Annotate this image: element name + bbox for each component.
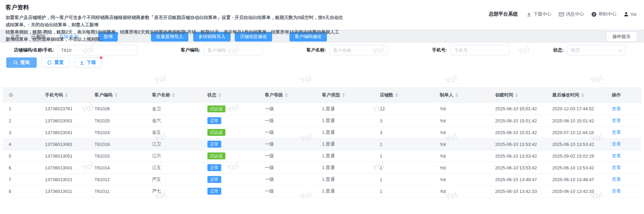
- view-link[interactable]: 查看: [612, 130, 621, 135]
- status-badge: 正常: [207, 141, 221, 148]
- user-menu[interactable]: Yol: [624, 12, 636, 17]
- cell-phone: 13736013051: [45, 150, 95, 162]
- shop-keyword-input[interactable]: [57, 45, 137, 55]
- cell-customer-name: 金卫: [152, 103, 207, 115]
- cell-phone: 13736013061: [45, 138, 95, 150]
- view-link[interactable]: 查看: [612, 165, 621, 170]
- sort-icon[interactable]: [455, 93, 458, 97]
- row-index: 5: [3, 150, 45, 162]
- search-button-label: 查询: [20, 59, 30, 66]
- page-description-line2: 结算单例如，账期-周结，账期2天，表示每周1出结算单，结算所有2天前未结算的单据…: [6, 28, 343, 43]
- sort-icon[interactable]: [172, 93, 175, 97]
- cell-level: 一级: [265, 115, 322, 127]
- filter-bar: 店铺编码/名称/手机: 客户编码: 客户名称: 手机号: 状态: 状态: [0, 43, 644, 57]
- cell-phone: 13736013021: [45, 174, 95, 185]
- download-button[interactable]: 下载: [74, 57, 101, 68]
- cell-phone: 13736013011: [45, 185, 95, 197]
- filter-customer-code: 客户编码:: [181, 45, 262, 55]
- col-customer-code: 客户编码: [95, 92, 113, 98]
- page-description-line1: 加盟客户及店铺维护，同一客户可含多个不同经销商店铺根据经销商参数「是否开启账期店…: [6, 14, 343, 28]
- view-link[interactable]: 查看: [612, 153, 621, 158]
- row-index: 2: [3, 115, 45, 127]
- message-center-label: 消息中心: [566, 11, 584, 17]
- cell-customer-code: T61024: [95, 127, 152, 138]
- reset-button[interactable]: 重置: [42, 57, 69, 68]
- filter-status-label: 状态:: [553, 47, 564, 53]
- status-select[interactable]: 状态: [567, 45, 626, 55]
- cell-level: 一级: [265, 162, 322, 174]
- search-button[interactable]: 查询: [6, 57, 37, 68]
- sort-icon[interactable]: [218, 93, 221, 97]
- col-level: 客户等级: [265, 92, 283, 98]
- filter-shop-keyword: 店铺编码/名称/手机:: [14, 45, 137, 55]
- chevron-down-icon: [619, 48, 623, 52]
- sort-icon[interactable]: [285, 93, 288, 97]
- download-center-link[interactable]: 下载中心: [527, 11, 551, 17]
- cell-shop-count: 1: [380, 162, 440, 174]
- notification-dot: [100, 56, 102, 59]
- cell-level: 一级: [265, 185, 322, 197]
- cell-status: 正常: [207, 174, 265, 185]
- cell-shop-count: 3: [380, 127, 440, 138]
- customer-code-input[interactable]: [204, 45, 262, 55]
- system-name: 总部平台系统: [489, 11, 518, 17]
- message-center-link[interactable]: 消息中心: [559, 11, 584, 17]
- cell-type: 1.普通: [322, 127, 380, 138]
- view-link[interactable]: 查看: [612, 177, 621, 182]
- cell-creator: Yol: [440, 174, 495, 185]
- sort-icon[interactable]: [342, 93, 345, 97]
- sort-icon[interactable]: [115, 93, 117, 97]
- cell-phone: 13736023051: [45, 115, 95, 127]
- cell-action: 查看: [612, 150, 641, 162]
- reset-button-label: 重置: [54, 59, 64, 66]
- page: 客户资料 加盟客户及店铺维护，同一客户可含多个不同经销商店铺根据经销商参数「是否…: [0, 0, 644, 214]
- cell-status: 正常: [207, 185, 265, 197]
- column-settings-icon[interactable]: ⚙: [9, 92, 13, 98]
- cell-creator: Yol: [440, 185, 495, 197]
- table-row: 613736013041T61014江五正常一级1.普通1Yol2025-06-…: [3, 162, 641, 174]
- cell-status: 正常: [207, 115, 265, 127]
- col-creator: 制单人: [440, 92, 453, 98]
- sort-icon[interactable]: [65, 93, 68, 97]
- sort-icon[interactable]: [395, 93, 398, 97]
- cell-phone: 13736013041: [45, 162, 95, 174]
- phone-input[interactable]: [450, 45, 509, 55]
- operation-tips-button[interactable]: 操作提示: [606, 31, 637, 42]
- col-status: 状态: [207, 92, 216, 98]
- sort-icon[interactable]: [515, 93, 518, 97]
- download-center-label: 下载中心: [533, 11, 551, 17]
- row-index: 6: [3, 162, 45, 174]
- cell-shop-count: 1: [380, 174, 440, 185]
- cell-level: 一级: [265, 138, 322, 150]
- help-center-link[interactable]: ? 帮助中心: [591, 11, 616, 17]
- cell-creator: Yol: [440, 138, 495, 150]
- cell-shop-count: 12: [380, 103, 440, 115]
- view-link[interactable]: 查看: [612, 188, 621, 194]
- cell-action: 查看: [612, 162, 641, 174]
- cell-created-time: 2025-06-10 13:53:42: [495, 162, 552, 174]
- sort-icon[interactable]: [581, 93, 584, 97]
- row-index: 1: [3, 103, 45, 115]
- view-link[interactable]: 查看: [612, 118, 621, 123]
- col-created-time: 创建时间: [495, 92, 513, 98]
- filter-customer-name-label: 客户名称:: [306, 47, 326, 53]
- cell-action: 查看: [612, 138, 641, 150]
- cell-type: 1.普通: [322, 174, 380, 185]
- view-link[interactable]: 查看: [612, 141, 621, 147]
- cell-modified-time: 2025-07-10 11:44:18: [552, 127, 612, 138]
- status-badge: 已认证: [207, 105, 225, 112]
- cell-level: 一级: [265, 150, 322, 162]
- row-index: 8: [3, 185, 45, 197]
- cell-modified-time: 2025-06-10 13:48:47: [552, 174, 612, 185]
- customer-name-input[interactable]: [329, 45, 388, 55]
- cell-customer-name: 江五: [152, 162, 207, 174]
- query-button-row: 查询 重置 下载: [0, 57, 644, 68]
- cell-action: 查看: [612, 127, 641, 138]
- cell-customer-name: 江卫: [152, 138, 207, 150]
- status-badge: 正常: [207, 164, 221, 171]
- watermark: Yol: [589, 73, 604, 86]
- view-link[interactable]: 查看: [612, 106, 621, 111]
- cell-creator: Yol: [440, 127, 495, 138]
- status-badge: 正常: [207, 117, 221, 124]
- cell-level: 一级: [265, 103, 322, 115]
